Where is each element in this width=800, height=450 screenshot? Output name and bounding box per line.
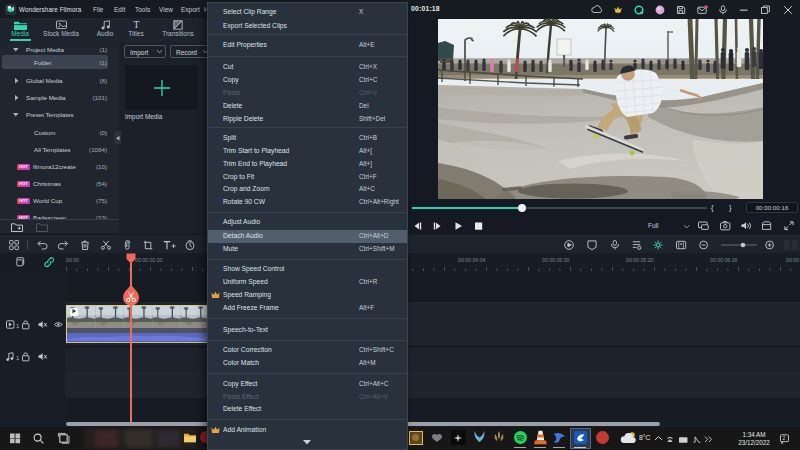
svg-text:1: 1 <box>16 323 20 329</box>
svg-text:2: 2 <box>783 435 786 441</box>
svg-text:1: 1 <box>16 355 20 361</box>
